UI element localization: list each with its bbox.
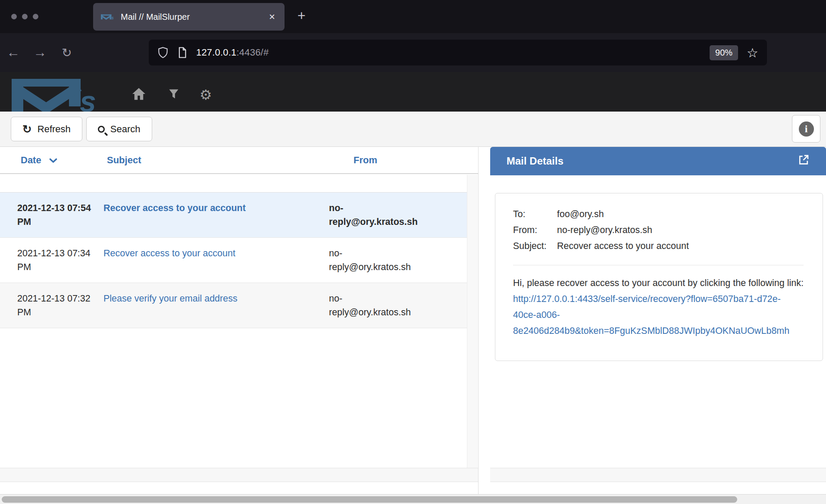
mail-subject-link[interactable]: Recover access to your account <box>103 248 235 258</box>
mail-from-cell: no-reply@ory.kratos.sh <box>325 201 418 229</box>
mail-body: Hi, please recover access to your accoun… <box>513 275 804 339</box>
mail-subject-cell: Recover access to your account <box>100 201 325 229</box>
field-to: To: foo@ory.sh <box>513 206 804 222</box>
from-value: no-reply@ory.kratos.sh <box>557 222 652 238</box>
mail-details-pane: Mail Details To: foo@ory.sh From: <box>490 147 826 494</box>
action-toolbar: ↻ Refresh Search i <box>0 112 826 147</box>
url-path: :4436/# <box>237 47 269 58</box>
mail-list-header: Date Subject From <box>0 147 478 174</box>
window-close-dot[interactable] <box>11 14 17 19</box>
filter-icon[interactable] <box>168 88 180 102</box>
from-label: From: <box>513 222 557 238</box>
mail-row[interactable]: 2021-12-13 07:32 PM Please verify your e… <box>0 283 467 328</box>
app-navbar: s ⚙ <box>0 72 826 112</box>
mail-list-rows: 2021-12-13 07:54 PM Recover access to yo… <box>0 192 467 328</box>
svg-text:s: s <box>111 16 114 20</box>
mail-date-cell: 2021-12-13 07:32 PM <box>0 292 100 319</box>
mail-row[interactable]: 2021-12-13 07:34 PM Recover access to yo… <box>0 238 467 283</box>
page-info-icon[interactable] <box>177 47 188 59</box>
page-horizontal-scrollbar <box>0 494 826 504</box>
refresh-button[interactable]: ↻ Refresh <box>11 117 82 141</box>
refresh-label: Refresh <box>38 124 71 135</box>
tab-close-icon[interactable]: × <box>267 11 277 23</box>
from-header-label: From <box>354 155 377 166</box>
to-value: foo@ory.sh <box>557 206 604 222</box>
subject-label: Subject: <box>513 238 557 254</box>
mail-date-cell: 2021-12-13 07:34 PM <box>0 246 100 274</box>
reload-icon[interactable]: ↻ <box>53 46 80 60</box>
window-controls[interactable] <box>11 14 38 19</box>
gear-icon[interactable]: ⚙ <box>200 88 212 102</box>
mail-list-pane: Date Subject From 2021-12-13 07:54 PM <box>0 147 479 494</box>
favicon-mailslurper: s <box>101 14 115 20</box>
info-button[interactable]: i <box>792 115 820 143</box>
open-external-icon[interactable] <box>798 154 810 168</box>
mail-subject-link[interactable]: Recover access to your account <box>103 203 246 213</box>
subject-header-label: Subject <box>107 155 141 165</box>
search-button[interactable]: Search <box>86 117 152 141</box>
mailslurper-logo[interactable]: s <box>12 75 102 112</box>
mail-subject-cell: Please verify your email address <box>100 292 325 319</box>
main-content: Date Subject From 2021-12-13 07:54 PM <box>0 147 826 494</box>
url-host: 127.0.0.1 <box>196 47 237 58</box>
date-header-label: Date <box>21 155 41 165</box>
browser-toolbar: ← → ↻ 127.0.0.1:4436/# 90% ☆ » <box>0 33 826 72</box>
back-icon[interactable]: ← <box>0 45 27 60</box>
mail-from-cell: no-reply@ory.kratos.sh <box>325 246 418 274</box>
browser-tab[interactable]: s Mail // MailSlurper × <box>93 3 285 31</box>
search-icon <box>98 126 105 133</box>
zoom-level-badge[interactable]: 90% <box>710 45 738 60</box>
field-subject: Subject: Recover access to your account <box>513 238 804 254</box>
list-vertical-scrollbar[interactable] <box>467 175 478 468</box>
mail-subject-cell: Recover access to your account <box>100 246 325 274</box>
mail-detail-card: To: foo@ory.sh From: no-reply@ory.kratos… <box>495 193 823 361</box>
address-bar[interactable]: 127.0.0.1:4436/# 90% ☆ <box>149 40 767 65</box>
url-text[interactable]: 127.0.0.1:4436/# <box>196 47 269 58</box>
refresh-icon: ↻ <box>22 124 32 135</box>
detail-divider <box>513 265 804 265</box>
mail-row-selected[interactable]: 2021-12-13 07:54 PM Recover access to yo… <box>0 192 467 238</box>
sort-desc-icon <box>49 155 57 165</box>
window-minimize-dot[interactable] <box>22 14 28 19</box>
column-header-subject[interactable]: Subject <box>103 155 325 166</box>
mail-date-cell: 2021-12-13 07:54 PM <box>0 201 100 229</box>
info-icon: i <box>799 121 814 137</box>
search-label: Search <box>110 124 141 135</box>
recovery-link[interactable]: http://127.0.0.1:4433/self-service/recov… <box>513 294 789 336</box>
details-horizontal-scrollbar[interactable] <box>490 468 826 482</box>
forward-icon[interactable]: → <box>27 45 53 60</box>
mail-from-cell: no-reply@ory.kratos.sh <box>325 292 418 319</box>
list-horizontal-scrollbar[interactable] <box>0 468 478 482</box>
bookmark-star-icon[interactable]: ☆ <box>747 45 758 60</box>
mail-details-header: Mail Details <box>490 147 826 175</box>
column-header-from[interactable]: From <box>325 155 478 166</box>
mail-body-text: Hi, please recover access to your accoun… <box>513 278 804 288</box>
home-icon[interactable] <box>131 87 146 102</box>
shield-icon[interactable] <box>157 47 169 59</box>
mail-subject-link[interactable]: Please verify your email address <box>103 293 238 304</box>
svg-text:s: s <box>80 85 96 112</box>
mailslurper-window: s Mail // MailSlurper × + ← → ↻ 1 <box>0 0 826 504</box>
window-zoom-dot[interactable] <box>33 14 38 19</box>
to-label: To: <box>513 206 557 222</box>
new-tab-icon[interactable]: + <box>297 8 306 24</box>
column-header-date[interactable]: Date <box>0 155 103 166</box>
subject-value: Recover access to your account <box>557 238 689 254</box>
browser-tab-strip: s Mail // MailSlurper × + <box>0 0 826 33</box>
scrollbar-thumb[interactable] <box>2 496 737 503</box>
mail-details-title: Mail Details <box>507 155 563 167</box>
tab-title: Mail // MailSlurper <box>121 12 267 22</box>
field-from: From: no-reply@ory.kratos.sh <box>513 222 804 238</box>
